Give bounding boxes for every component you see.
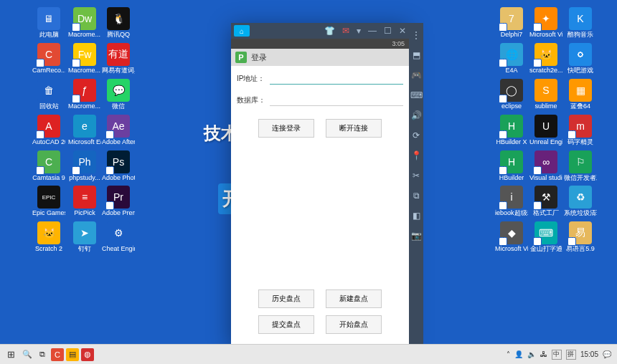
app-icon: U [534, 115, 557, 138]
desktop-icon[interactable]: 💬微信 [102, 79, 135, 110]
minimize-button[interactable]: — [368, 26, 377, 36]
desktop-icon[interactable]: ⚙Cheat Engine [102, 221, 135, 253]
shield-icon [72, 23, 80, 32]
scissors-icon[interactable]: ✂ [413, 171, 420, 181]
desktop-icon[interactable]: 🌐E4A [495, 43, 528, 75]
desktop-icon[interactable]: 🐱Scratch 2 [32, 221, 65, 253]
desktop-icon[interactable]: K酷狗音乐 [564, 7, 597, 39]
desktop-col-4: 7Delphi7🌐E4A◯eclipseHHBuilder XHHBuilder… [495, 7, 528, 337]
tray-chevron-icon[interactable]: ˄ [507, 350, 510, 358]
app-icon: 7 [500, 7, 523, 30]
submit-button[interactable]: 提交盘点 [258, 315, 314, 334]
new-button[interactable]: 新建盘点 [326, 289, 382, 308]
location-icon[interactable]: 📍 [411, 150, 422, 161]
menu-icon[interactable]: ⋮ [412, 30, 420, 40]
desktop-icon[interactable]: ⚒格式工厂 [529, 186, 562, 217]
desktop-icon[interactable]: 🗑回收站 [32, 79, 65, 110]
tray-ime1[interactable]: 中 [552, 350, 562, 360]
install-icon[interactable]: ⬒ [413, 50, 420, 60]
record-icon[interactable]: ◧ [413, 211, 420, 221]
desktop-icon[interactable]: AeAdobe After Effects CC ... [102, 115, 135, 146]
desktop-icon[interactable]: 🐱scratch2e... [529, 43, 562, 75]
desktop-icon[interactable]: ♻系统垃圾清理器 [564, 186, 597, 217]
desktop-icon[interactable]: ƒMacrome... Flash 8 [68, 79, 101, 110]
desktop-icon[interactable]: UUnreal Engine [529, 115, 562, 146]
desktop-icon[interactable]: ⭘快吧游戏 [564, 43, 597, 75]
shield-icon [567, 237, 576, 246]
desktop-icon[interactable]: CCamtasia 9 [32, 150, 65, 182]
desktop-icon-label: HBuilder X [496, 139, 527, 146]
close-button[interactable]: ✕ [399, 26, 406, 36]
keyboard-icon[interactable]: ⌨ [410, 90, 423, 100]
tray-notification-icon[interactable]: 💬 [603, 350, 611, 358]
desktop-icon-label: 码字精灵 [567, 139, 593, 146]
desktop-icon[interactable]: ⚐微信开发者工具 [564, 150, 597, 182]
desktop-icon[interactable]: 有道网易有道词典 [102, 43, 135, 75]
ip-input[interactable] [270, 73, 403, 85]
desktop-icon[interactable]: ∞Visual studio 2015 [529, 150, 562, 182]
task-app-icon[interactable]: ▤ [66, 348, 79, 361]
start-button[interactable]: ⊞ [3, 347, 19, 363]
tray-people-icon[interactable]: 👤 [514, 350, 523, 358]
desktop-icon[interactable]: HHBuilder X [495, 115, 528, 146]
status-time: 3:05 [392, 40, 405, 47]
camera-icon[interactable]: 📷 [411, 231, 422, 241]
desktop-icon[interactable]: ◯eclipse [495, 79, 528, 110]
desktop-icon[interactable]: AAutoCAD 2007 - S... [32, 115, 65, 146]
maximize-button[interactable]: ☐ [384, 26, 392, 36]
tray-network-icon[interactable]: 🖧 [540, 350, 547, 358]
app-icon: Ps [107, 150, 130, 173]
desktop-icon[interactable]: ➤钉钉 [68, 221, 101, 253]
desktop-icon[interactable]: HHBuilder [495, 150, 528, 182]
desktop-icon[interactable]: iiebook超级精灵 [495, 186, 528, 217]
volume-icon[interactable]: 🔊 [411, 110, 422, 120]
emulator-home-icon[interactable]: ⌂ [234, 25, 250, 37]
task-app2-icon[interactable]: ◍ [81, 348, 94, 361]
tray-volume-icon[interactable]: 🔈 [527, 350, 536, 358]
shirt-icon[interactable]: 👕 [324, 26, 335, 36]
desktop-icon[interactable]: PrAdobe Premier... [102, 186, 135, 217]
desktop-icon-label: 腾讯QQ [107, 32, 130, 39]
tray-ime2[interactable]: 拼 [566, 350, 576, 360]
desktop-icon[interactable]: DwMacrome... Dreamwe... [68, 7, 101, 39]
emulator-titlebar[interactable]: ⌂ 👕 ✉ ▾ — ☐ ✕ [231, 23, 409, 39]
desktop-icon[interactable]: ▦蓝叠64 [564, 79, 597, 110]
screenshot-icon[interactable]: ⧉ [413, 191, 420, 201]
desktop-icon-label: Macrome... Dreamwe... [68, 32, 101, 39]
desktop-icon[interactable]: 🖥此电脑 [32, 7, 65, 39]
mail-icon[interactable]: ✉ [342, 26, 349, 36]
desktop-icon[interactable]: Ssublime [529, 79, 562, 110]
desktop-icon[interactable]: m码字精灵 [564, 115, 597, 146]
gamepad-icon[interactable]: 🎮 [411, 70, 422, 80]
app-icon: ◯ [500, 79, 523, 102]
task-search-icon[interactable]: 🔍 [21, 348, 34, 361]
connect-button[interactable]: 连接登录 [258, 119, 314, 138]
dropdown-icon[interactable]: ▾ [357, 26, 361, 36]
desktop-icon-label: Macrome... Flash 8 [68, 103, 101, 110]
app-icon: m [569, 115, 592, 138]
desktop-icon[interactable]: 7Delphi7 [495, 7, 528, 39]
desktop-icon[interactable]: ✦Microsoft Visual C+... [529, 7, 562, 39]
desktop-icon[interactable]: 🐧腾讯QQ [102, 7, 135, 39]
desktop-icon[interactable]: EPICEpic Games Launcher [32, 186, 65, 217]
desktop-icon[interactable]: ≡PicPick [68, 186, 101, 217]
history-button[interactable]: 历史盘点 [258, 289, 314, 308]
db-input[interactable] [270, 95, 403, 106]
desktop-icon[interactable]: 易易语言5.9 [564, 221, 597, 253]
taskbar[interactable]: ⊞ 🔍 ⧉ C ▤ ◍ ˄ 👤 🔈 🖧 中 拼 15:05 💬 [0, 344, 617, 364]
start-button[interactable]: 开始盘点 [326, 315, 382, 334]
tray-clock[interactable]: 15:05 [580, 350, 598, 358]
desktop-icon-label: E4A [505, 67, 517, 75]
app-icon: ≡ [73, 186, 96, 209]
desktop-icon[interactable]: ⌨金山打字通 [529, 221, 562, 253]
disconnect-button[interactable]: 断开连接 [326, 119, 382, 138]
task-camrec-icon[interactable]: C [51, 348, 64, 361]
desktop-icon[interactable]: Phphpstudy... [68, 150, 101, 182]
desktop-icon[interactable]: ◆Microsoft Visual Bas... [495, 221, 528, 253]
desktop-icon[interactable]: FwMacrome... Fireworks 8 [68, 43, 101, 75]
desktop-icon[interactable]: CCamReco... [32, 43, 65, 75]
desktop-icon[interactable]: PsAdobe Photosh... [102, 150, 135, 182]
desktop-icon[interactable]: eMicrosoft Edge [68, 115, 101, 146]
task-view-icon[interactable]: ⧉ [36, 348, 49, 361]
rotate-icon[interactable]: ⟳ [413, 130, 420, 140]
